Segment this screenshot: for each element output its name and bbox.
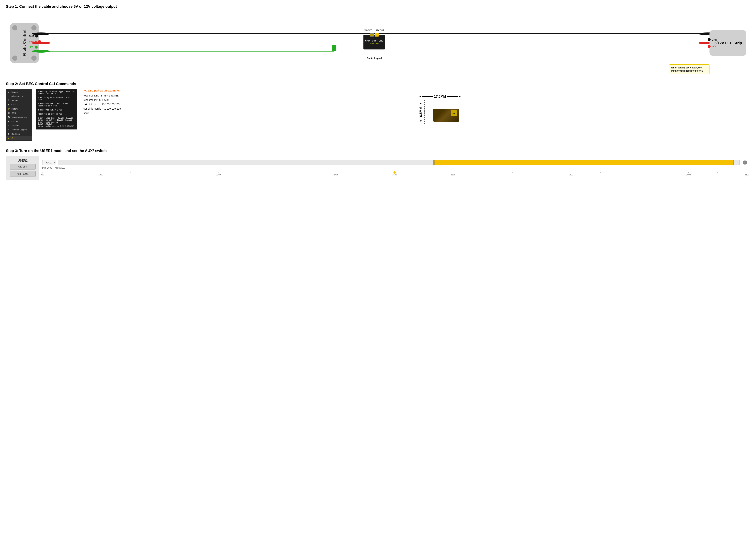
svg-point-6 [32, 42, 50, 44]
cli-line-3: # Building AutoComplete Cache ... Done! [38, 97, 75, 101]
fc-connectors: GND 2-6S IN LED [29, 35, 41, 49]
cli-line-8: # resource PINIO 1 A09 [38, 109, 75, 111]
scale-marker-1500 [394, 171, 396, 174]
tick-1000 [101, 172, 101, 173]
cli-line-15: pinio_config set to 1,129,129,129 [38, 125, 75, 127]
close-range-button[interactable]: ✕ [743, 161, 747, 165]
sidebar-item-adjustments[interactable]: ↕ Adjustments [6, 94, 32, 98]
sidebar-item-modes[interactable]: ≡ Modes [6, 90, 32, 94]
cli-line-14: # set pinio_config = 1,129,129,129 [38, 121, 75, 125]
sidebar-item-motors[interactable]: ⚡ Motors [6, 107, 32, 111]
step3-content: USER1 Add Link Add Range AUX 1 AUX 2 AUX… [6, 156, 750, 180]
sidebar-servos-label: Servos [11, 99, 18, 102]
led-strip-icon: ◈ [8, 120, 10, 123]
aux-select[interactable]: AUX 1 AUX 2 AUX 3 AUX 4 [42, 160, 56, 165]
tick-minor-16 [717, 173, 718, 173]
sidebar-led-strip-label: LED Strip [11, 121, 20, 123]
bec-photo: 100 [433, 109, 459, 122]
bec-chip: 100 [451, 110, 457, 116]
svg-point-8 [32, 50, 50, 53]
wires-area: 5V OUT 12V OUT GND CON GND +2-6S 5/12V C… [41, 23, 708, 63]
range-handle-left[interactable] [433, 160, 434, 165]
blackbox-icon: ◼ [8, 133, 10, 135]
sidebar-vtx-label: Video Transmitter [11, 116, 27, 119]
dim-v-line2 [421, 118, 421, 119]
aux-top-row: AUX 1 AUX 2 AUX 3 AUX 4 ✕ [42, 160, 747, 165]
fc-corner-br [31, 56, 37, 61]
vtab-labels: 5V OUT 12V OUT [364, 29, 384, 31]
sidebar-modes-label: Modes [11, 91, 18, 93]
fc-led-label: LED [29, 46, 34, 49]
led-conn-vcc: VCC [708, 45, 717, 48]
scale-1000: 1000 [99, 174, 103, 176]
vtab-12v[interactable] [375, 33, 379, 37]
arrowhead-right-h: ► [459, 95, 461, 98]
tick-1600 [453, 172, 453, 173]
cli-line-13: pinio_box set to 40,255,255,255 [38, 119, 75, 121]
vtab-5v-label: 5V OUT [364, 29, 372, 31]
aux-max-label: Max: 2100 [55, 167, 65, 169]
cli-input-placeholder: Write your command here. Press Tab for A… [38, 129, 75, 130]
step1-diagram: Flight Control GND 2-6S IN LED [6, 12, 750, 74]
dim-h-line2 [447, 96, 458, 97]
vtab-5v[interactable] [370, 33, 374, 37]
range-track [58, 160, 740, 165]
cli-line-9 [38, 111, 75, 113]
sidebar-item-vtx[interactable]: 📡 Video Transmitter [6, 115, 32, 119]
range-fill [433, 160, 734, 165]
aux-min-label: Min: 1600 [42, 167, 52, 169]
scale-1500: 1500 [392, 174, 397, 176]
cli-input-row[interactable]: Write your command here. Press Tab for A… [38, 128, 75, 130]
sidebar-item-servos[interactable]: ⚙ Servos [6, 98, 32, 102]
fc-conn-led: LED [29, 46, 41, 49]
tick-minor-1 [72, 173, 72, 173]
sidebar-item-tethered-logging[interactable]: ≡ Tethered Logging [6, 128, 32, 132]
tick-minor-3 [160, 173, 160, 173]
vtab-12v-label: 12V OUT [376, 29, 384, 31]
svg-point-4 [32, 32, 50, 35]
led-strip-label: 5/12V LED Strip [714, 41, 742, 45]
gps-icon: ◉ [8, 103, 10, 106]
sidebar-item-cli[interactable]: ▶ CLI [6, 136, 32, 140]
range-handle-right[interactable] [733, 160, 734, 165]
fc-corner-tr [31, 25, 37, 30]
scale-2100: 2100 [745, 174, 749, 176]
dim-dashed-rect: 100 [424, 100, 461, 124]
vtx-icon: 📡 [8, 116, 10, 119]
cli-line-7 [38, 107, 75, 109]
modes-icon: ≡ [8, 91, 10, 93]
cli-commands-text: resource LED_STRIP 1 NONE resource PINIO… [83, 94, 123, 116]
cli-line-12: # set pinio_box = 40,255,255,255 [38, 117, 75, 119]
led-vcc-label: VCC [712, 45, 717, 48]
add-link-button[interactable]: Add Link [10, 164, 36, 170]
step1-section: Step 1: Connect the cable and choose 5V … [6, 4, 750, 74]
sidebar-item-gps[interactable]: ◉ GPS [6, 102, 32, 107]
fc-led-dot [35, 46, 38, 49]
sidebar-item-osd[interactable]: ▦ OSD [6, 111, 32, 115]
sidebar-item-sensors[interactable]: + Sensors [6, 124, 32, 128]
cli-line-5: # resource LED_STRIP 1 NONE [38, 103, 75, 105]
cli-line-1: Entering CLI Mode, type 'exit' to return… [38, 91, 75, 95]
sidebar-sensors-label: Sensors [11, 125, 19, 127]
dim-container: ◄ 17.5MM ► ▲ 6.5MM ▼ [419, 95, 461, 124]
sidebar-item-led-strip[interactable]: ◈ LED Strip [6, 119, 32, 124]
arrowhead-up-v: ▲ [420, 102, 422, 104]
warning-box: When setting 12V output, the input volta… [669, 64, 709, 74]
step1-title: Step 1: Connect the cable and choose 5V … [6, 4, 750, 9]
cli-line-10: Resource is set to A09 [38, 113, 75, 115]
sidebar-item-blackbox[interactable]: ◼ Blackbox [6, 132, 32, 136]
tick-minor-11 [512, 173, 513, 173]
aux-minmax-row: Min: 1600 Max: 2100 [42, 167, 747, 169]
add-range-button[interactable]: Add Range [10, 171, 36, 177]
led-gnd-dot [708, 38, 711, 41]
sidebar-mock: ≡ Modes ↕ Adjustments ⚙ Servos ◉ GPS ⚡ M… [6, 89, 32, 141]
sidebar-motors-label: Motors [11, 108, 18, 110]
arrowhead-left-h: ◄ [419, 95, 422, 98]
scale-900: 900 [41, 174, 44, 176]
fc-label: Flight Control [22, 30, 27, 56]
dim-width-label: 17.5MM [434, 95, 446, 99]
sidebar-gps-label: GPS [11, 104, 16, 106]
motors-icon: ⚡ [8, 108, 10, 110]
step3-title: Step 3: Turn on the USER1 mode and set t… [6, 149, 750, 153]
led-strip-box: GND VCC 5/12V LED Strip [709, 30, 746, 56]
